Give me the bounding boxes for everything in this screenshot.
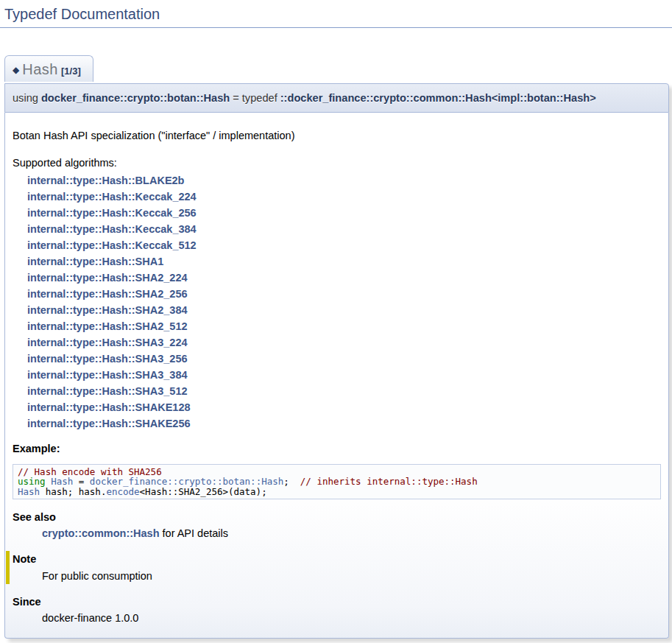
member-tab-overload: [1/3] [61, 66, 81, 77]
code-line: using Hash = docker_finance::crypto::bot… [18, 477, 656, 486]
code-text: ; [283, 476, 300, 487]
algorithm-link[interactable]: internal::type::Hash::SHA2_256 [27, 286, 661, 302]
declaration-middle: = typedef [230, 92, 280, 104]
member-item: using docker_finance::crypto::botan::Has… [4, 83, 669, 639]
declaration-name-link[interactable]: docker_finance::crypto::botan::Hash [41, 92, 230, 104]
page-title: Typedef Documentation [0, 0, 672, 28]
member-tab-label: Hash [22, 61, 58, 77]
algorithm-link[interactable]: internal::type::Hash::SHAKE256 [27, 415, 661, 432]
since-section: Since docker-finance 1.0.0 [13, 596, 661, 625]
declaration-prefix: using [13, 92, 41, 104]
permalink-diamond-icon[interactable]: ◆ [13, 65, 19, 75]
algorithm-link[interactable]: internal::type::Hash::SHA3_256 [27, 351, 661, 367]
note-section: Note For public consumption [6, 551, 661, 584]
since-heading: Since [13, 596, 661, 608]
code-link-encode[interactable]: encode [106, 486, 139, 497]
typedef-declaration: using docker_finance::crypto::botan::Has… [4, 83, 669, 113]
see-also-content: crypto::common::Hash for API details [42, 527, 661, 540]
see-also-section: See also crypto::common::Hash for API de… [13, 511, 661, 540]
algorithm-link[interactable]: internal::type::Hash::Keccak_224 [27, 189, 661, 205]
algorithm-link[interactable]: internal::type::Hash::BLAKE2b [27, 172, 661, 189]
algorithm-link[interactable]: internal::type::Hash::SHAKE128 [27, 399, 661, 415]
declaration-type-link[interactable]: ::docker_finance::crypto::common::Hash<i… [280, 92, 596, 104]
see-also-text: for API details [160, 527, 229, 539]
code-fragment: // Hash encode with SHA256 using Hash = … [13, 464, 661, 499]
algorithm-link[interactable]: internal::type::Hash::SHA2_512 [27, 318, 661, 334]
code-text: <Hash::SHA2_256>(data); [140, 486, 267, 497]
code-text: hash; hash. [40, 486, 106, 497]
code-line: Hash hash; hash.encode<Hash::SHA2_256>(d… [18, 487, 656, 496]
algorithm-link[interactable]: internal::type::Hash::Keccak_512 [27, 237, 661, 253]
algorithm-link[interactable]: internal::type::Hash::Keccak_384 [27, 221, 661, 237]
note-heading: Note [13, 553, 661, 566]
member-tab-hash[interactable]: ◆ Hash [1/3] [4, 55, 93, 82]
algorithm-link[interactable]: internal::type::Hash::Keccak_256 [27, 205, 661, 221]
see-also-link[interactable]: crypto::common::Hash [42, 527, 160, 539]
algorithm-link[interactable]: internal::type::Hash::SHA2_224 [27, 270, 661, 286]
member-description: Botan Hash API specialization ("interfac… [13, 130, 661, 142]
algorithm-link[interactable]: internal::type::Hash::SHA3_512 [27, 383, 661, 399]
member-documentation: Botan Hash API specialization ("interfac… [4, 113, 669, 639]
member-tab-row: ◆ Hash [1/3] [4, 55, 672, 83]
example-label: Example: [13, 443, 661, 455]
see-also-heading: See also [13, 511, 661, 524]
algorithm-link[interactable]: internal::type::Hash::SHA1 [27, 253, 661, 270]
algorithms-list: internal::type::Hash::BLAKE2b internal::… [27, 172, 661, 432]
algorithm-link[interactable]: internal::type::Hash::SHA2_384 [27, 302, 661, 318]
code-link-hash[interactable]: Hash [18, 486, 40, 497]
algorithm-link[interactable]: internal::type::Hash::SHA3_224 [27, 334, 661, 351]
note-content: For public consumption [42, 570, 661, 583]
algorithms-label: Supported algorithms: [13, 157, 661, 169]
code-line: // Hash encode with SHA256 [18, 467, 656, 477]
algorithm-link[interactable]: internal::type::Hash::SHA3_384 [27, 367, 661, 383]
since-content: docker-finance 1.0.0 [42, 612, 661, 625]
code-comment: // inherits internal::type::Hash [300, 476, 478, 487]
